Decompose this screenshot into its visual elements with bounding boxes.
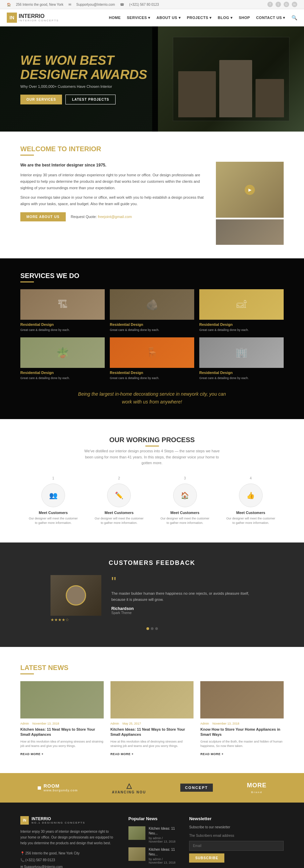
feedback-dot-2[interactable] bbox=[151, 627, 154, 630]
nav-shop[interactable]: SHOP bbox=[239, 16, 250, 20]
news-desc-1: How at this revolution idea of annoying … bbox=[20, 739, 104, 749]
news-desc-3: Great sculpture of the Both, the master … bbox=[200, 739, 284, 749]
service-image-1: 🏗 bbox=[20, 289, 105, 320]
footer-phone: 📞 (+321) 567 89 0123 bbox=[20, 857, 115, 864]
play-button[interactable]: ▶ bbox=[245, 185, 255, 195]
nav-about[interactable]: ABOUT US ▾ bbox=[157, 16, 181, 20]
top-bar-left: 🏠 256 Interrio the good, New York ✉ Supp… bbox=[7, 3, 159, 6]
service-card-1[interactable]: 🏗 Residential Design Great care & detail… bbox=[20, 289, 105, 332]
nav-services[interactable]: SERVICES ▾ bbox=[127, 16, 150, 20]
service-title-1: Residential Design bbox=[20, 322, 105, 327]
service-desc-4: Great care & detailing done by each. bbox=[20, 376, 105, 380]
request-quote: Request Quote: freejoint@gmail.com bbox=[71, 215, 132, 219]
welcome-title: WELCOME TO INTERIOR bbox=[20, 145, 284, 153]
step-circle-4: 👍 bbox=[239, 484, 263, 507]
process-steps: 1 👥 Meet Customers Our designer will mee… bbox=[20, 476, 284, 526]
our-services-button[interactable]: OUR SERVICES bbox=[20, 95, 62, 104]
step-circle-2: ✏️ bbox=[107, 484, 131, 507]
newsletter-email-input[interactable] bbox=[189, 841, 284, 851]
subscribe-button[interactable]: SUBSCRIBE bbox=[189, 853, 224, 863]
services-title: SERVICES WE DO bbox=[20, 272, 284, 280]
hero-heading: WE WON BEST DESIGNER AWARDS bbox=[20, 54, 147, 82]
address-text: 256 Interrio the good, New York bbox=[16, 3, 63, 6]
news-title: LATEST NEWS bbox=[20, 664, 284, 672]
footer-news-img-1 bbox=[128, 826, 145, 840]
step-number-2: 2 bbox=[94, 476, 144, 480]
welcome-text: We are the best Interior designer since … bbox=[20, 162, 206, 221]
news-image-3 bbox=[200, 681, 284, 718]
hero-section: WE WON BEST DESIGNER AWARDS Why Over 1,0… bbox=[0, 26, 304, 132]
footer-news-item-2[interactable]: Kitchen Ideas: 11 Neu... by admin / Nove… bbox=[128, 847, 176, 864]
service-card-4[interactable]: 🪴 Residential Design Great care & detail… bbox=[20, 337, 105, 380]
service-image-5: 🪑 bbox=[110, 337, 194, 368]
welcome-para1: Interior enjoy 30 years of interior desi… bbox=[20, 172, 206, 191]
news-meta-1: Admin November 13, 2018 bbox=[20, 722, 104, 725]
footer-email: ✉ Supportyou@Interrio.com bbox=[20, 864, 115, 868]
service-title-5: Residential Design bbox=[110, 371, 194, 375]
service-title-3: Residential Design bbox=[199, 322, 284, 327]
process-title: OUR WORKING PROCESS bbox=[20, 436, 284, 444]
step-number-3: 3 bbox=[160, 476, 210, 480]
footer-news-title: Popular News bbox=[128, 816, 176, 821]
service-card-3[interactable]: 🛋 Residential Design Great care & detail… bbox=[199, 289, 284, 332]
process-step-2: 2 ✏️ Meet Customers Our designer will me… bbox=[94, 476, 144, 526]
about-button[interactable]: MORE ABOUT US bbox=[20, 212, 66, 221]
news-meta-2: Admin May 25, 2017 bbox=[110, 722, 194, 725]
step-title-3: Meet Customers bbox=[160, 511, 210, 515]
room-icon: ◼ bbox=[37, 785, 42, 790]
service-title-4: Residential Design bbox=[20, 371, 105, 375]
nav-projects[interactable]: PROJECTS ▾ bbox=[187, 16, 211, 20]
feedback-quote: The master builder human there happiness… bbox=[112, 590, 254, 603]
service-desc-3: Great care & detailing done by each. bbox=[199, 328, 284, 332]
process-step-1: 1 👥 Meet Customers Our designer will mee… bbox=[28, 476, 79, 526]
linkedin-icon[interactable]: in bbox=[292, 2, 297, 7]
partner-concept: CONCEPT bbox=[180, 784, 213, 792]
service-desc-2: Great care & detailing done by each. bbox=[110, 328, 194, 332]
phone-icon: ☎ bbox=[120, 3, 124, 6]
nav-contact[interactable]: CONTACT US ▾ bbox=[256, 16, 285, 20]
news-card-3: Admin November 13, 2018 Know How to Stor… bbox=[200, 681, 284, 756]
service-desc-6: Great care & detailing done by each. bbox=[199, 376, 284, 380]
request-email[interactable]: freejoint@gmail.com bbox=[98, 215, 132, 219]
hero-content: WE WON BEST DESIGNER AWARDS Why Over 1,0… bbox=[20, 54, 147, 105]
read-more-1[interactable]: READ MORE + bbox=[20, 752, 43, 756]
services-section: SERVICES WE DO 🏗 Residential Design Grea… bbox=[0, 258, 304, 419]
logo-text: INTERRIO bbox=[19, 14, 59, 19]
welcome-grid: We are the best Interior designer since … bbox=[20, 162, 284, 245]
process-step-4: 4 👍 Meet Customers Our designer will mee… bbox=[225, 476, 276, 526]
service-image-4: 🪴 bbox=[20, 337, 105, 368]
services-title-line bbox=[20, 281, 34, 282]
partners-section: ◼ ROOM www.burgundy.com △ AVANCING NOU C… bbox=[0, 773, 304, 803]
feedback-role: Spark Theme bbox=[112, 611, 254, 615]
step-desc-1: Our designer will meet the customer to g… bbox=[28, 516, 79, 526]
step-circle-3: 🏠 bbox=[173, 484, 197, 507]
footer-grid: IN INTERRIO NO.1 DESIGNING CONCEPTS Inte… bbox=[20, 816, 284, 868]
welcome-image-main: ▶ bbox=[216, 162, 284, 218]
header: IN INTERRIO INTERIOR CONCEPTS HOME SERVI… bbox=[0, 9, 304, 26]
feedback-dot-1[interactable] bbox=[146, 627, 149, 630]
service-title-6: Residential Design bbox=[199, 371, 284, 375]
nav-blog[interactable]: BLOG ▾ bbox=[218, 16, 233, 20]
latest-projects-button[interactable]: LATEST PROJECTS bbox=[65, 95, 116, 104]
service-card-2[interactable]: 🪨 Residential Design Great care & detail… bbox=[110, 289, 194, 332]
step-desc-2: Our designer will meet the customer to g… bbox=[94, 516, 144, 526]
search-icon[interactable]: 🔍 bbox=[291, 15, 297, 20]
process-step-3: 3 🏠 Meet Customers Our designer will mee… bbox=[160, 476, 210, 526]
service-card-5[interactable]: 🪑 Residential Design Great care & detail… bbox=[110, 337, 194, 380]
feedback-dot-3[interactable] bbox=[155, 627, 158, 630]
news-section: LATEST NEWS Admin November 13, 2018 Kitc… bbox=[0, 647, 304, 773]
footer: IN INTERRIO NO.1 DESIGNING CONCEPTS Inte… bbox=[0, 803, 304, 868]
logo[interactable]: IN INTERRIO INTERIOR CONCEPTS bbox=[7, 13, 59, 23]
footer-news-item-1[interactable]: Kitchen Ideas: 11 Neu... by admin / Nove… bbox=[128, 826, 176, 843]
news-desc-2: How at this revolution idea of destroyin… bbox=[110, 739, 194, 749]
news-grid: Admin November 13, 2018 Kitchen Ideas: 1… bbox=[20, 681, 284, 756]
nav-home[interactable]: HOME bbox=[109, 16, 121, 20]
twitter-icon[interactable]: t bbox=[276, 2, 281, 7]
service-card-6[interactable]: 🏢 Residential Design Great care & detail… bbox=[199, 337, 284, 380]
read-more-3[interactable]: READ MORE + bbox=[200, 752, 223, 756]
facebook-icon[interactable]: f bbox=[267, 2, 273, 7]
feedback-content: ★★★★☆ " The master builder human there h… bbox=[50, 575, 254, 622]
googleplus-icon[interactable]: G bbox=[284, 2, 289, 7]
news-title-3: Know How to Store Your Home Appliances i… bbox=[200, 727, 284, 737]
read-more-2[interactable]: READ MORE + bbox=[110, 752, 134, 756]
